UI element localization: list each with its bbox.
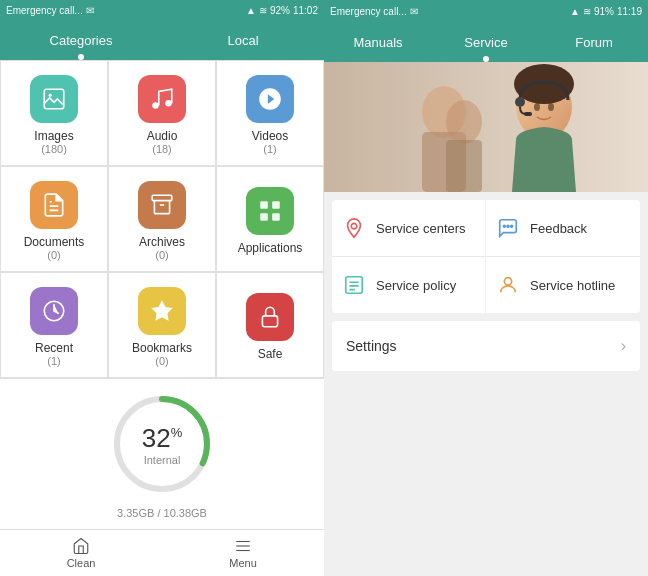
bottom-nav-left: Clean Menu [0,529,324,576]
battery-left: 92% [270,5,290,16]
applications-icon-box [246,187,294,235]
bookmarks-count: (0) [155,355,168,367]
documents-icon-box [30,181,78,229]
file-grid: Images (180) Audio (18) Videos [0,60,324,378]
service-policy-label: Service policy [376,278,456,293]
svg-rect-25 [524,112,532,116]
status-right-right-info: ▲ ≋ 91% 11:19 [570,6,642,17]
audio-icon-box [138,75,186,123]
feedback-label: Feedback [530,221,587,236]
notification-icon-right: ✉ [410,6,418,17]
tab-manuals[interactable]: Manuals [324,22,432,62]
images-label: Images [34,129,73,143]
svg-rect-11 [262,316,277,327]
svg-point-22 [534,103,540,111]
service-centers-label: Service centers [376,221,466,236]
grid-item-safe[interactable]: Safe [216,272,324,378]
service-hotline-item[interactable]: Service hotline [486,257,640,313]
svg-rect-6 [272,202,280,210]
audio-count: (18) [152,143,172,155]
menu-button[interactable]: Menu [162,530,324,576]
hotline-icon [494,271,522,299]
clean-icon [72,537,90,555]
bookmarks-icon-box [138,287,186,335]
status-left-info: Emergency call... ✉ [6,5,94,16]
chevron-right-icon: › [621,337,626,355]
svg-rect-17 [324,62,648,192]
tab-forum[interactable]: Forum [540,22,648,62]
audio-label: Audio [147,129,178,143]
grid-item-documents[interactable]: Documents (0) [0,166,108,272]
time-right: 11:19 [617,6,642,17]
grid-item-bookmarks[interactable]: Bookmarks (0) [108,272,216,378]
recent-count: (1) [47,355,60,367]
videos-label: Videos [252,129,288,143]
tab-service[interactable]: Service [432,22,540,62]
emergency-call-right: Emergency call... [330,6,407,17]
archives-count: (0) [155,249,168,261]
tab-local[interactable]: Local [162,21,324,60]
signal-icon-right: ▲ [570,6,580,17]
documents-count: (0) [47,249,60,261]
status-right-left-info: Emergency call... ✉ [330,6,418,17]
storage-center: 32% Internal [142,423,182,466]
service-options-grid: Service centers Feedback [332,200,640,313]
grid-item-images[interactable]: Images (180) [0,60,108,166]
svg-point-29 [507,225,509,227]
applications-label: Applications [238,241,303,255]
videos-count: (1) [263,143,276,155]
recent-label: Recent [35,341,73,355]
time-left: 11:02 [293,5,318,16]
emergency-call-left: Emergency call... [6,5,83,16]
bookmarks-label: Bookmarks [132,341,192,355]
tab-bar-right: Manuals Service Forum [324,22,648,62]
service-centers-item[interactable]: Service centers [332,200,486,257]
feedback-item[interactable]: Feedback [486,200,640,257]
service-hero-image [324,62,648,192]
notification-icon: ✉ [86,5,94,16]
grid-item-audio[interactable]: Audio (18) [108,60,216,166]
settings-label: Settings [346,338,397,354]
right-panel: Emergency call... ✉ ▲ ≋ 91% 11:19 Manual… [324,0,648,576]
svg-rect-4 [152,196,172,201]
storage-section: 32% Internal 3.35GB / 10.38GB [0,378,324,529]
settings-row[interactable]: Settings › [332,321,640,371]
left-panel: Emergency call... ✉ ▲ ≋ 92% 11:02 Catego… [0,0,324,576]
images-count: (180) [41,143,67,155]
storage-numbers: 3.35GB / 10.38GB [117,507,207,519]
images-icon-box [30,75,78,123]
svg-rect-8 [272,213,280,221]
wifi-icon: ≋ [259,5,267,16]
grid-item-videos[interactable]: Videos (1) [216,60,324,166]
archives-icon-box [138,181,186,229]
svg-rect-5 [260,202,268,210]
service-options-container: Service centers Feedback [332,200,640,313]
svg-point-26 [446,100,482,144]
svg-point-28 [351,223,357,229]
location-icon [340,214,368,242]
feedback-icon [494,214,522,242]
wifi-icon-right: ≋ [583,6,591,17]
tab-categories[interactable]: Categories [0,21,162,60]
service-image-svg [324,62,648,192]
service-policy-item[interactable]: Service policy [332,257,486,313]
svg-point-2 [152,103,159,110]
service-hotline-label: Service hotline [530,278,615,293]
svg-point-36 [504,278,511,285]
grid-item-applications[interactable]: Applications [216,166,324,272]
archives-label: Archives [139,235,185,249]
svg-rect-7 [260,213,268,221]
clean-button[interactable]: Clean [0,530,162,576]
grid-item-recent[interactable]: Recent (1) [0,272,108,378]
status-bar-right: Emergency call... ✉ ▲ ≋ 91% 11:19 [324,0,648,22]
svg-point-3 [165,100,172,107]
status-right-info: ▲ ≋ 92% 11:02 [246,5,318,16]
menu-icon [234,537,252,555]
grid-item-archives[interactable]: Archives (0) [108,166,216,272]
safe-label: Safe [258,347,283,361]
battery-right: 91% [594,6,614,17]
svg-point-31 [511,225,513,227]
svg-rect-0 [44,90,64,110]
percent-symbol: % [171,425,183,440]
svg-rect-32 [346,277,363,294]
